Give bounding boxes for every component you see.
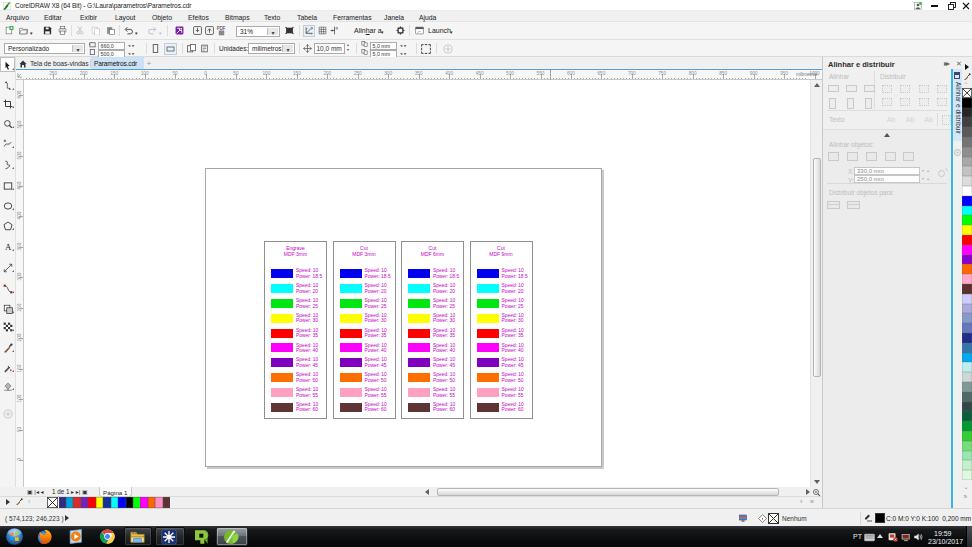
- svg-text:PDF: PDF: [217, 26, 226, 31]
- svg-text:A: A: [5, 242, 12, 252]
